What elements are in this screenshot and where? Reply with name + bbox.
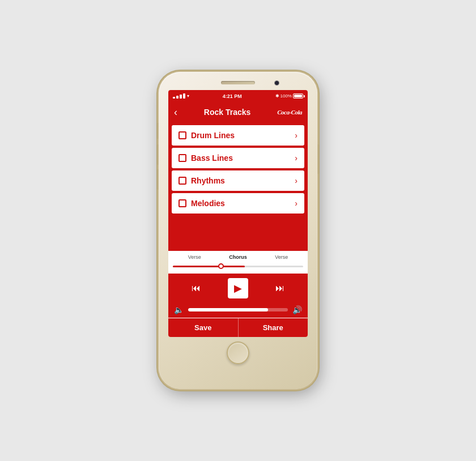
menu-item-melodies[interactable]: Melodies › <box>172 193 304 214</box>
timeline-track[interactable] <box>173 262 303 270</box>
timeline-labels: Verse Chorus Verse <box>173 254 303 260</box>
signal-indicator <box>173 93 185 99</box>
sleep-wake-button[interactable] <box>317 144 320 174</box>
melodies-checkbox[interactable] <box>178 199 186 207</box>
fast-forward-icon: ⏭ <box>275 283 284 293</box>
volume-low-icon: 🔈 <box>174 305 184 314</box>
timeline-bar <box>173 266 303 267</box>
nav-bar: ‹ Rock Tracks Coca-Cola <box>168 101 308 123</box>
menu-item-drum-lines[interactable]: Drum Lines › <box>172 125 304 146</box>
timeline-bar-fill <box>173 266 245 267</box>
signal-dot-4 <box>183 93 185 99</box>
melodies-label: Melodies <box>191 199 225 208</box>
save-button[interactable]: Save <box>168 318 239 337</box>
melodies-arrow: › <box>295 199 298 208</box>
timeline-section: Verse Chorus Verse <box>168 251 308 274</box>
rhythms-checkbox[interactable] <box>178 177 186 185</box>
play-button[interactable]: ▶ <box>228 278 248 298</box>
bass-lines-label: Bass Lines <box>191 153 233 163</box>
menu-item-bass-lines[interactable]: Bass Lines › <box>172 148 304 168</box>
volume-section: 🔈 🔊 <box>168 303 308 318</box>
status-bar: ▾ 4:21 PM ✱ 100% <box>168 90 308 101</box>
signal-dot-2 <box>176 96 178 99</box>
volume-up-button[interactable] <box>156 144 159 165</box>
bluetooth-icon: ✱ <box>275 93 279 99</box>
status-left: ▾ <box>173 93 189 99</box>
home-button[interactable] <box>227 342 249 364</box>
back-button[interactable]: ‹ <box>174 106 177 118</box>
battery-indicator <box>293 93 303 99</box>
drum-lines-label: Drum Lines <box>191 131 235 140</box>
menu-item-rhythms[interactable]: Rhythms › <box>172 170 304 191</box>
menu-item-left: Drum Lines <box>178 131 235 140</box>
front-camera <box>275 81 279 85</box>
page-title: Rock Tracks <box>204 108 251 117</box>
phone-shell: ▾ 4:21 PM ✱ 100% ‹ Rock Tracks Coca-Cola <box>159 72 317 389</box>
rewind-icon: ⏮ <box>192 283 201 293</box>
menu-item-left: Melodies <box>178 199 225 208</box>
bass-lines-checkbox[interactable] <box>178 154 186 162</box>
wifi-icon: ▾ <box>187 93 189 99</box>
menu-item-left: Rhythms <box>178 176 225 185</box>
action-buttons: Save Share <box>168 318 308 337</box>
phone-screen: ▾ 4:21 PM ✱ 100% ‹ Rock Tracks Coca-Cola <box>168 90 308 337</box>
player-controls: ⏮ ▶ ⏭ <box>168 274 308 303</box>
phone-top <box>163 79 313 90</box>
rewind-button[interactable]: ⏮ <box>186 278 206 298</box>
drum-lines-checkbox[interactable] <box>178 131 186 139</box>
play-icon: ▶ <box>234 283 242 293</box>
timeline-label-verse-1: Verse <box>173 254 216 260</box>
volume-down-button[interactable] <box>156 169 159 190</box>
status-right: ✱ 100% <box>275 93 303 99</box>
menu-list: Drum Lines › Bass Lines › Rhythms › <box>168 123 308 251</box>
volume-fill <box>188 308 268 311</box>
rhythms-arrow: › <box>295 176 298 185</box>
signal-dot-3 <box>180 95 182 99</box>
menu-item-left: Bass Lines <box>178 153 233 163</box>
rhythms-label: Rhythms <box>191 176 225 185</box>
volume-track[interactable] <box>188 308 288 311</box>
battery-fill <box>294 95 302 97</box>
coca-cola-logo: Coca-Cola <box>277 109 302 116</box>
signal-dot-1 <box>173 97 175 99</box>
share-button[interactable]: Share <box>239 318 308 337</box>
fast-forward-button[interactable]: ⏭ <box>270 278 290 298</box>
mute-button[interactable] <box>156 123 159 139</box>
drum-lines-arrow: › <box>295 131 298 140</box>
timeline-label-verse-2: Verse <box>260 254 303 260</box>
bass-lines-arrow: › <box>295 153 298 163</box>
timeline-label-chorus: Chorus <box>216 254 260 260</box>
status-time: 4:21 PM <box>223 93 242 99</box>
timeline-thumb[interactable] <box>218 263 224 269</box>
volume-high-icon: 🔊 <box>292 305 302 314</box>
battery-percentage: 100% <box>280 93 292 99</box>
speaker-grill <box>221 81 255 84</box>
